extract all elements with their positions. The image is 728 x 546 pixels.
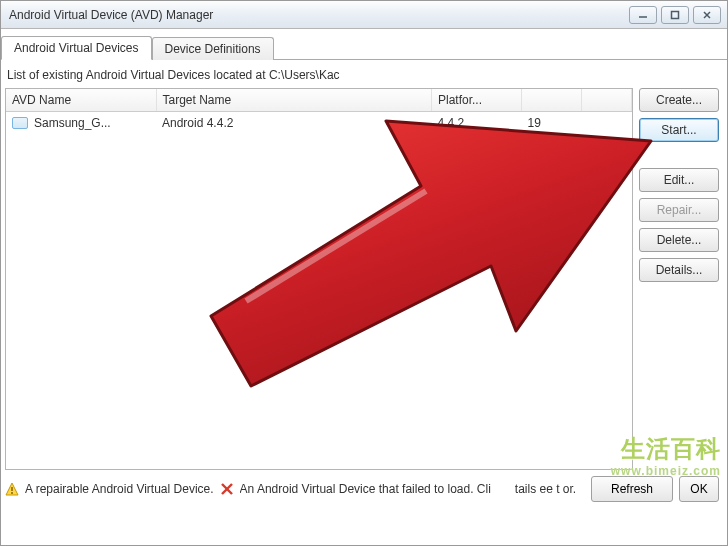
window-controls <box>629 6 727 24</box>
col-platform[interactable]: Platfor... <box>432 89 522 112</box>
tab-panel-avd: List of existing Android Virtual Devices… <box>1 60 727 470</box>
minimize-button[interactable] <box>629 6 657 24</box>
cell-platform: 4.4.2 <box>432 112 522 135</box>
col-extra[interactable] <box>582 89 632 112</box>
avd-table[interactable]: AVD Name Target Name Platfor... Samsung_… <box>5 88 633 470</box>
col-target-name[interactable]: Target Name <box>156 89 432 112</box>
window-titlebar: Android Virtual Device (AVD) Manager <box>1 1 727 29</box>
refresh-button[interactable]: Refresh <box>591 476 673 502</box>
error-icon <box>220 482 234 496</box>
footer-bar: A repairable Android Virtual Device. An … <box>1 470 727 508</box>
start-button[interactable]: Start... <box>639 118 719 142</box>
footer-failed-text: An Android Virtual Device that failed to… <box>240 482 491 496</box>
col-avd-name[interactable]: AVD Name <box>6 89 156 112</box>
footer-repairable-text: A repairable Android Virtual Device. <box>25 482 214 496</box>
side-button-column: Create... Start... Edit... Repair... Del… <box>639 88 721 470</box>
details-button[interactable]: Details... <box>639 258 719 282</box>
close-button[interactable] <box>693 6 721 24</box>
cell-target-name: Android 4.4.2 <box>156 112 432 135</box>
maximize-button[interactable] <box>661 6 689 24</box>
warning-icon <box>5 482 19 496</box>
svg-rect-1 <box>672 11 679 18</box>
repair-button[interactable]: Repair... <box>639 198 719 222</box>
delete-button[interactable]: Delete... <box>639 228 719 252</box>
window-title: Android Virtual Device (AVD) Manager <box>9 8 629 22</box>
table-row[interactable]: Samsung_G... Android 4.4.2 4.4.2 19 <box>6 112 632 135</box>
ok-button[interactable]: OK <box>679 476 719 502</box>
intro-text: List of existing Android Virtual Devices… <box>5 68 721 82</box>
cell-api: 19 <box>522 112 582 135</box>
table-header-row: AVD Name Target Name Platfor... <box>6 89 632 112</box>
device-icon <box>12 117 28 129</box>
cell-avd-name: Samsung_G... <box>6 112 156 135</box>
col-api[interactable] <box>522 89 582 112</box>
cell-avd-name-text: Samsung_G... <box>34 116 111 130</box>
footer-suffix-text: tails ee t or. <box>515 482 576 496</box>
tab-avd[interactable]: Android Virtual Devices <box>1 36 152 60</box>
edit-button[interactable]: Edit... <box>639 168 719 192</box>
tab-device-definitions[interactable]: Device Definitions <box>152 37 274 60</box>
tab-strip: Android Virtual Devices Device Definitio… <box>1 29 727 60</box>
svg-point-6 <box>11 492 13 494</box>
create-button[interactable]: Create... <box>639 88 719 112</box>
